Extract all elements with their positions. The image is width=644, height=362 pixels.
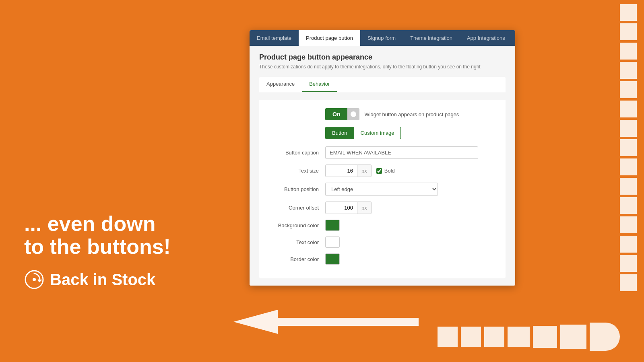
text-size-controls: px Bold [325, 165, 395, 177]
background-color-swatch[interactable] [325, 220, 340, 231]
button-caption-row: Button caption [269, 146, 496, 159]
btn-type-custom-image[interactable]: Custom image [354, 127, 401, 139]
corner-offset-row: Corner offset px [269, 202, 496, 214]
brand-name: Back in Stock [50, 271, 155, 289]
tab-app-integrations[interactable]: App Integrations [460, 30, 512, 46]
background-color-row: Background color [269, 220, 496, 231]
decorative-arrow [229, 302, 427, 342]
border-color-row: Border color [269, 253, 496, 265]
button-position-label: Button position [269, 186, 325, 192]
inner-tab-behavior[interactable]: Behavior [302, 77, 337, 92]
bold-checkbox[interactable] [376, 168, 382, 174]
svg-point-2 [33, 278, 36, 281]
tab-theme-integration[interactable]: Theme integration [403, 30, 460, 46]
button-caption-label: Button caption [269, 150, 325, 156]
tab-email-template[interactable]: Email template [250, 30, 299, 46]
decorative-bottom-squares [438, 323, 620, 351]
svg-marker-0 [233, 310, 419, 334]
toggle-description: Widget button appears on product pages [364, 111, 459, 117]
button-type-row: Button Custom image [325, 127, 496, 139]
toggle-row: On Widget button appears on product page… [325, 108, 496, 120]
text-size-row: Text size px Bold [269, 165, 496, 177]
page-title: Product page button appearance [259, 53, 506, 62]
text-color-label: Text color [269, 239, 325, 245]
form-area: On Widget button appears on product page… [259, 100, 506, 278]
button-position-select[interactable]: Left edge Right edge Center [325, 183, 438, 196]
main-card: Email template Product page button Signu… [250, 30, 515, 286]
btn-type-button[interactable]: Button [325, 127, 354, 139]
inner-tabs: Appearance Behavior [259, 77, 506, 92]
tab-signup-form[interactable]: Signup form [360, 30, 403, 46]
text-color-row: Text color [269, 237, 496, 248]
corner-offset-input[interactable] [325, 202, 357, 214]
text-color-swatch[interactable] [325, 237, 340, 248]
text-size-unit: px [357, 165, 372, 177]
card-body: Product page button appearance These cus… [250, 46, 515, 286]
page-subtitle: These customizations do not apply to the… [259, 64, 506, 70]
text-size-label: Text size [269, 168, 325, 174]
left-content: ... even down to the buttons! Back in St… [24, 212, 171, 290]
tab-bar: Email template Product page button Signu… [250, 30, 515, 46]
tab-product-page-button[interactable]: Product page button [299, 30, 360, 46]
button-caption-input[interactable] [325, 146, 478, 159]
toggle-track[interactable] [347, 108, 359, 120]
inner-tab-appearance[interactable]: Appearance [259, 77, 302, 92]
bold-checkbox-label[interactable]: Bold [376, 168, 395, 174]
brand-icon [24, 269, 44, 290]
toggle-on-button[interactable]: On [325, 108, 347, 120]
slogan: ... even down to the buttons! [24, 212, 171, 258]
border-color-swatch[interactable] [325, 253, 340, 265]
corner-offset-label: Corner offset [269, 205, 325, 211]
slogan-line2: to the buttons! [24, 235, 171, 258]
decorative-right-squares [620, 0, 637, 291]
text-size-input[interactable] [325, 165, 357, 177]
brand-row: Back in Stock [24, 269, 171, 290]
bold-label: Bold [384, 168, 395, 174]
button-position-row: Button position Left edge Right edge Cen… [269, 183, 496, 196]
background-color-label: Background color [269, 222, 325, 228]
corner-offset-group: px [325, 202, 372, 214]
corner-offset-unit: px [357, 202, 372, 214]
slogan-line1: ... even down [24, 212, 156, 235]
border-color-label: Border color [269, 256, 325, 262]
